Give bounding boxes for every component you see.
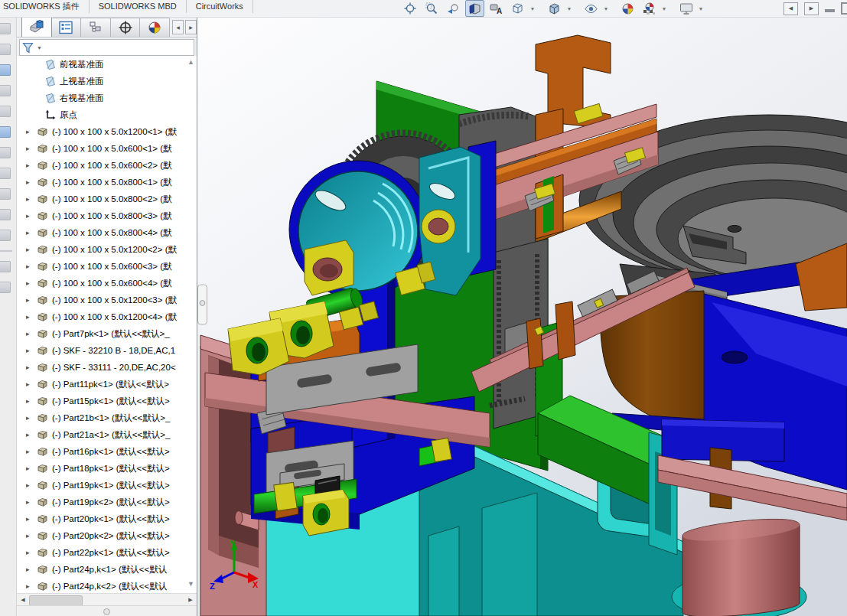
left-toolbar-icon[interactable]	[0, 64, 11, 76]
expand-arrow-icon[interactable]: ▸	[26, 296, 37, 304]
tree-item[interactable]: ▸ (-) Part15pk<1> (默认<<默认>	[17, 393, 197, 409]
expand-arrow-icon[interactable]: ▸	[26, 464, 37, 472]
menu-tab-solidworks-addins[interactable]: SOLIDWORKS 插件	[0, 0, 90, 13]
expand-arrow-icon[interactable]: ▸	[26, 380, 37, 388]
left-toolbar-icon[interactable]	[0, 209, 11, 220]
expand-arrow-icon[interactable]: ▸	[26, 532, 37, 539]
filter-funnel-icon[interactable]	[22, 42, 34, 54]
tree-item[interactable]: ▸ (-) Part16pk<1> (默认<<默认>	[17, 443, 197, 460]
3d-scene[interactable]: Y Z X	[197, 17, 847, 616]
hscroll-left-arrow-icon[interactable]: ◀	[17, 594, 29, 606]
expand-arrow-icon[interactable]: ▸	[26, 178, 37, 186]
hide-show-items-icon[interactable]	[581, 0, 601, 17]
left-toolbar-icon[interactable]	[0, 126, 11, 138]
minimize-button[interactable]	[825, 9, 835, 12]
tree-item[interactable]: ▸ (-) 100 x 100 x 5.0x800<4> (默	[17, 224, 197, 241]
filter-caret-icon[interactable]: ▼	[37, 45, 42, 51]
tree-item[interactable]: ▸ (-) 100 x 100 x 5.0x800<3> (默	[17, 207, 197, 224]
tree-item[interactable]: ▸ (-) 100 x 100 x 5.0x800<1> (默	[17, 174, 197, 191]
tree-item[interactable]: ▸ 上视基准面	[17, 73, 197, 90]
expand-arrow-icon[interactable]: ▸	[26, 279, 37, 287]
section-view-icon[interactable]	[465, 0, 484, 17]
tree-item[interactable]: ▸ (-) 100 x 100 x 5.0x1200<2> (默	[17, 241, 197, 258]
left-toolbar-icon[interactable]	[0, 261, 11, 272]
expand-arrow-icon[interactable]: ▸	[26, 128, 37, 135]
tree-item[interactable]: ▸ (-) Part20pk<1> (默认<<默认>	[17, 510, 197, 527]
display-style-caret-icon[interactable]: ▼	[566, 6, 572, 11]
tree-item[interactable]: ▸ (-) 100 x 100 x 5.0x600<3> (默	[17, 258, 197, 275]
left-toolbar-icon[interactable]	[0, 282, 11, 293]
expand-arrow-icon[interactable]: ▸	[26, 397, 37, 405]
expand-arrow-icon[interactable]: ▸	[26, 481, 37, 489]
expand-arrow-icon[interactable]: ▸	[26, 549, 37, 556]
tree-item[interactable]: ▸ (-) Part24p,k<1> (默认<<默认	[17, 561, 197, 578]
tree-scroll-up-icon[interactable]: ▲	[187, 58, 194, 66]
collapse-right-pane-button[interactable]: ▶	[804, 2, 819, 15]
left-toolbar-icon[interactable]	[0, 147, 11, 158]
panel-splitter[interactable]	[17, 605, 197, 616]
menu-tab-circuitworks[interactable]: CircuitWorks	[187, 0, 253, 13]
previous-view-icon[interactable]	[444, 0, 463, 17]
expand-arrow-icon[interactable]: ▸	[26, 262, 37, 270]
expand-arrow-icon[interactable]: ▸	[26, 431, 37, 438]
tree-horizontal-scrollbar[interactable]: ◀ ▶	[17, 593, 197, 606]
expand-arrow-icon[interactable]: ▸	[26, 565, 37, 573]
expand-arrow-icon[interactable]: ▸	[26, 448, 37, 455]
tab-displaymanager[interactable]	[139, 18, 170, 37]
panel-tab-scroll-right[interactable]: ▶	[185, 20, 197, 34]
menu-tab-solidworks-mbd[interactable]: SOLIDWORKS MBD	[90, 0, 187, 13]
tree-item[interactable]: ▸ (-) Part21a<1> (默认<<默认>_	[17, 426, 197, 443]
edit-appearance-icon[interactable]	[618, 0, 637, 17]
tab-featuremanager-design-tree[interactable]	[21, 16, 52, 37]
maximize-button[interactable]	[841, 2, 847, 15]
tree-item[interactable]: ▸ (-) Part19pk<2> (默认<<默认>	[17, 494, 197, 510]
zoom-to-area-icon[interactable]	[422, 0, 441, 17]
expand-arrow-icon[interactable]: ▸	[26, 212, 37, 220]
view-settings-icon[interactable]	[676, 0, 696, 17]
tree-item[interactable]: ▸ 前视基准面	[17, 56, 197, 73]
left-toolbar-icon[interactable]	[0, 23, 11, 34]
expand-arrow-icon[interactable]: ▸	[26, 161, 37, 169]
expand-arrow-icon[interactable]: ▸	[26, 414, 37, 422]
tree-scroll-down-icon[interactable]: ▼	[187, 580, 194, 588]
left-toolbar-icon[interactable]	[0, 44, 11, 55]
expand-arrow-icon[interactable]: ▸	[26, 363, 37, 371]
zoom-to-fit-icon[interactable]	[401, 0, 420, 17]
tree-item[interactable]: ▸ (-) 100 x 100 x 5.0x1200<1> (默	[17, 123, 197, 140]
display-style-icon[interactable]	[545, 0, 564, 17]
expand-arrow-icon[interactable]: ▸	[26, 145, 37, 152]
tree-item[interactable]: ▸ (-) 100 x 100 x 5.0x1200<4> (默	[17, 308, 197, 325]
apply-scene-icon[interactable]	[640, 0, 659, 17]
tree-item[interactable]: ▸ (-) 100 x 100 x 5.0x1200<3> (默	[17, 292, 197, 308]
expand-arrow-icon[interactable]: ▸	[26, 246, 37, 253]
hide-show-items-caret-icon[interactable]: ▼	[603, 6, 609, 11]
tree-item[interactable]: ▸ (-) Part18pk<1> (默认<<默认>	[17, 460, 197, 477]
view-settings-caret-icon[interactable]: ▼	[698, 6, 704, 11]
tree-filter-input[interactable]	[44, 41, 194, 54]
panel-tab-scroll-left[interactable]: ◀	[172, 20, 184, 34]
tree-item[interactable]: ▸ (-) Part24p,k<2> (默认<<默认	[17, 578, 197, 593]
panel-collapse-tab[interactable]	[198, 285, 207, 324]
tree-item[interactable]: ▸ (-) SKF - 33111 - 20,DE,AC,20<	[17, 359, 197, 376]
tree-item[interactable]: ▸ (-) Part22pk<1> (默认<<默认>	[17, 544, 197, 561]
tree-item[interactable]: ▸ 原点	[17, 106, 197, 123]
tree-item[interactable]: ▸ (-) Part20pk<2> (默认<<默认>	[17, 527, 197, 544]
tab-configurationmanager[interactable]	[80, 18, 111, 37]
hscroll-right-arrow-icon[interactable]: ▶	[184, 594, 197, 606]
left-toolbar-icon[interactable]	[0, 230, 11, 241]
apply-scene-caret-icon[interactable]: ▼	[661, 6, 667, 11]
expand-arrow-icon[interactable]: ▸	[26, 515, 37, 523]
expand-arrow-icon[interactable]: ▸	[26, 347, 37, 354]
tree-item[interactable]: ▸ (-) 100 x 100 x 5.0x800<2> (默	[17, 191, 197, 207]
left-toolbar-icon[interactable]	[0, 106, 11, 117]
tab-propertymanager[interactable]	[51, 18, 82, 37]
tree-item[interactable]: ▸ (-) 100 x 100 x 5.0x600<4> (默	[17, 275, 197, 292]
tree-item[interactable]: ▸ (-) SKF - 32210 B - 18,DE,AC,1	[17, 342, 197, 359]
3d-viewport[interactable]: Y Z X	[197, 17, 847, 616]
hscroll-thumb[interactable]	[29, 595, 83, 606]
tree-item[interactable]: ▸ (-) 100 x 100 x 5.0x600<1> (默	[17, 140, 197, 157]
tree-item[interactable]: ▸ (-) Part19pk<1> (默认<<默认>	[17, 477, 197, 494]
hide-show-annotations-icon[interactable]: A	[487, 0, 506, 17]
left-toolbar-icon[interactable]	[0, 188, 11, 200]
collapse-left-pane-button[interactable]: ◀	[783, 2, 798, 15]
